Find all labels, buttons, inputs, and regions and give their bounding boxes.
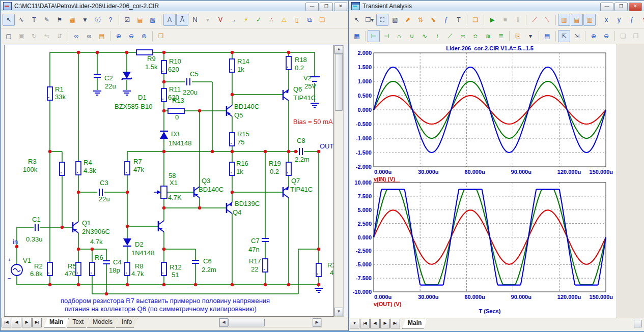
run-icon[interactable]: ▶ xyxy=(486,14,498,26)
select-arrow-icon[interactable]: ↖ xyxy=(351,14,363,26)
zoom-out-icon[interactable]: ⊖ xyxy=(125,30,137,42)
prev-page-button[interactable]: ◀ xyxy=(370,319,380,328)
select-arrow-icon[interactable]: ↖ xyxy=(3,14,15,26)
bottom-icon[interactable]: ≋ xyxy=(482,30,494,42)
show-attribute-text-icon[interactable]: A xyxy=(163,14,176,26)
horiz-tag-icon[interactable]: ⬊ xyxy=(427,14,439,26)
next-page-button[interactable]: ▶ xyxy=(380,319,390,328)
first-page-button[interactable]: |◀ xyxy=(2,318,11,327)
numeric-output-icon[interactable]: ▤ xyxy=(541,30,553,42)
graphics-mode-icon[interactable]: ✎ xyxy=(41,14,53,26)
point-tag-icon[interactable]: ⬈ xyxy=(402,14,414,26)
global-high-icon[interactable]: ≍ xyxy=(457,30,469,42)
info-icon[interactable]: ⓘ xyxy=(92,14,104,26)
tab-info[interactable]: Info xyxy=(116,318,137,328)
cursor-left-icon[interactable]: ⊢ xyxy=(368,30,380,42)
tab-text[interactable]: Text xyxy=(67,318,89,328)
high-icon[interactable]: ∿ xyxy=(418,30,431,42)
align-cursors-icon[interactable]: ⇱ xyxy=(558,30,570,42)
warning-icon[interactable]: ⚠ xyxy=(278,14,290,26)
vertical-grid-icon[interactable]: ▥ xyxy=(583,14,596,26)
schematic-titlebar[interactable]: C:\MC11\DATA\Petrov\Lider-206\Lider-206_… xyxy=(1,1,349,11)
info-page-icon[interactable]: ▤ xyxy=(96,30,108,42)
page-select-icon[interactable]: ⧉ xyxy=(303,14,316,26)
zoom-in-icon[interactable]: ⊕ xyxy=(113,30,125,42)
select-box-icon[interactable]: ▢ xyxy=(3,30,15,42)
y-search-icon[interactable]: y xyxy=(613,14,625,26)
schematic-hscrollbar[interactable]: ◀ ▶ xyxy=(219,318,322,327)
slope-down-icon[interactable]: ⟍ xyxy=(541,14,553,26)
horizontal-grid-icon[interactable]: ▤ xyxy=(571,14,583,26)
wire-mode-icon[interactable]: ∿ xyxy=(15,14,27,26)
vert-tag-icon[interactable]: ⇅ xyxy=(414,14,427,26)
low-icon[interactable]: ≀ xyxy=(431,30,443,42)
new-page-icon[interactable]: ▯ xyxy=(291,14,303,26)
close-button[interactable]: ✕ xyxy=(334,3,347,11)
cursor-right-icon[interactable]: ⊣ xyxy=(380,30,393,42)
show-node-numbers-icon[interactable]: N xyxy=(189,14,201,26)
data-points-icon[interactable]: ▥ xyxy=(558,14,570,26)
rotate-icon[interactable]: ↻ xyxy=(28,30,40,42)
show-node-voltages-icon[interactable]: V xyxy=(214,14,227,26)
find-repeat-icon[interactable]: ∞ xyxy=(83,30,95,42)
restore-button[interactable]: ❐ xyxy=(614,3,628,11)
zoom-100-icon[interactable]: ⊚ xyxy=(138,30,150,42)
flag-mode-icon[interactable]: ⚑ xyxy=(53,14,66,26)
transient-hscroll-thumb[interactable] xyxy=(634,320,642,327)
find-icon[interactable]: ∞ xyxy=(70,30,82,42)
keep-cursors-icon[interactable]: ⇲ xyxy=(571,30,583,42)
tile-icon[interactable]: ❐ xyxy=(630,30,642,42)
last-page-button[interactable]: ▶| xyxy=(390,319,400,328)
zoom-in-icon[interactable]: ⊕ xyxy=(587,30,600,42)
valley-icon[interactable]: ∪ xyxy=(406,30,418,42)
show-menu-icon[interactable]: ▾ xyxy=(202,14,214,26)
show-currents-icon[interactable]: → xyxy=(227,14,239,26)
cursor-mode-icon[interactable]: ▧ xyxy=(389,14,401,26)
tab-menu-button[interactable]: ▾ xyxy=(350,319,359,328)
prev-page-button[interactable]: ◀ xyxy=(12,318,21,327)
fx-tag-icon[interactable]: ƒ xyxy=(440,14,452,26)
next-page-button[interactable]: ▶ xyxy=(22,318,32,327)
tab-models[interactable]: Models xyxy=(87,318,118,328)
design-check-icon[interactable]: ☑ xyxy=(121,14,133,26)
minimize-button[interactable]: — xyxy=(305,3,319,11)
help-icon[interactable]: ? xyxy=(104,14,117,26)
schematic-canvas[interactable]: + − xyxy=(4,45,334,317)
component-bus-icon[interactable]: ▦ xyxy=(66,14,78,26)
show-power-icon[interactable]: ⚡ xyxy=(240,14,252,26)
pause-icon[interactable]: ‖ xyxy=(512,14,524,26)
show-grid-text-icon[interactable]: Ã xyxy=(176,14,188,26)
peak-icon[interactable]: ∩ xyxy=(393,30,405,42)
first-page-button[interactable]: |◀ xyxy=(360,319,370,328)
kbd-help-icon[interactable]: ❏ xyxy=(316,14,328,26)
close-button[interactable]: ✕ xyxy=(629,3,642,11)
global-low-icon[interactable]: ≎ xyxy=(469,30,482,42)
flip-h-icon[interactable]: ⇋ xyxy=(41,30,53,42)
transient-titlebar[interactable]: Transient Analysis — ❐ ✕ xyxy=(349,1,644,11)
component-menu-icon[interactable]: ▼ xyxy=(79,14,91,26)
scale-mode-icon[interactable]: ⛶ xyxy=(376,14,388,26)
region-icon[interactable]: ▣ xyxy=(15,30,27,42)
minimize-button[interactable]: — xyxy=(600,3,613,11)
copy-menu-icon[interactable]: ❐▾ xyxy=(363,14,376,26)
page-icon[interactable]: ❐ xyxy=(155,30,167,42)
zoom-out-icon[interactable]: ⊖ xyxy=(600,30,612,42)
go-to-branch-icon[interactable]: ≡ xyxy=(638,14,644,26)
cascade-icon[interactable]: ❏ xyxy=(617,30,629,42)
top-icon[interactable]: ≣ xyxy=(495,30,507,42)
last-page-button[interactable]: ▶| xyxy=(32,318,42,327)
inflection-icon[interactable]: ⟋ xyxy=(444,30,456,42)
text-mode-icon[interactable]: T xyxy=(453,14,465,26)
x-search-icon[interactable]: x xyxy=(600,14,612,26)
fx-search-icon[interactable]: ƒ xyxy=(626,14,638,26)
buffer-menu-icon[interactable]: ▾ xyxy=(524,30,537,42)
schematic-vscrollbar[interactable]: ▲ ▼ xyxy=(334,45,344,317)
tab-main[interactable]: Main xyxy=(44,318,69,328)
stop-icon[interactable]: ■ xyxy=(499,14,511,26)
properties-icon[interactable]: ❏ xyxy=(469,14,482,26)
waveform-buffer-icon[interactable]: ⎘ xyxy=(512,30,524,42)
design-rules-icon[interactable]: ▤ xyxy=(134,14,146,26)
flip-v-icon[interactable]: ⇵ xyxy=(53,30,66,42)
show-conditions-icon[interactable]: ✓ xyxy=(253,14,265,26)
text-mode-icon[interactable]: T xyxy=(28,14,40,26)
